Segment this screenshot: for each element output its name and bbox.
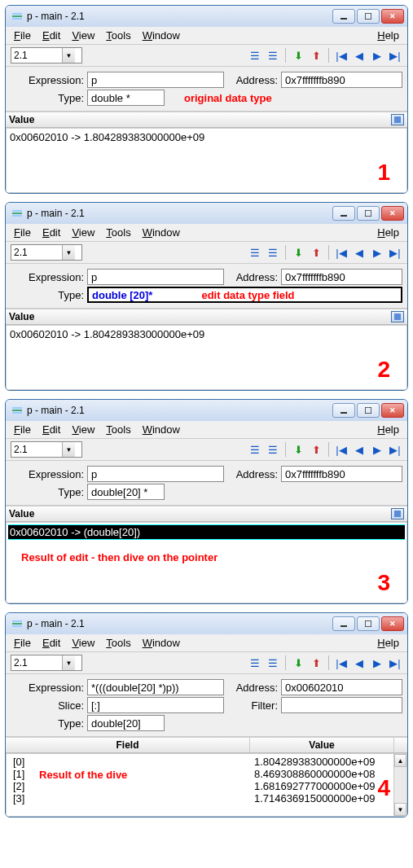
maximize-button[interactable] [357,206,380,221]
filter-field[interactable] [281,697,402,713]
next-icon[interactable]: ▶ [370,245,384,260]
expression-field[interactable]: p [87,269,224,285]
maximize-button[interactable] [357,403,380,418]
minimize-button[interactable] [332,9,355,24]
address-field[interactable]: 0x7fffffffb890 [281,466,402,482]
menu-window[interactable]: Window [143,226,180,239]
prev-icon[interactable]: ◀ [352,245,367,260]
last-icon[interactable]: ▶| [388,245,402,260]
last-icon[interactable]: ▶| [388,48,402,63]
slice-field[interactable]: [:] [87,697,224,713]
id-input[interactable] [11,245,62,260]
next-icon[interactable]: ▶ [370,655,384,670]
menu-help[interactable]: Help [377,423,399,436]
address-field[interactable]: 0x7fffffffb890 [281,72,402,88]
menu-edit[interactable]: Edit [42,29,60,42]
address-field[interactable]: 0x7fffffffb890 [281,269,402,285]
scroll-track[interactable] [394,767,406,803]
chevron-down-icon[interactable]: ▼ [62,48,75,63]
value-row[interactable]: 0x00602010 -> 1.804289383000000e+09 [10,328,403,340]
menu-window[interactable]: Window [143,423,180,436]
menu-file[interactable]: File [14,637,31,649]
minimize-button[interactable] [332,206,355,221]
first-icon[interactable]: |◀ [334,442,349,457]
table-row[interactable]: [3] 1.714636915000000e+09 [7,792,406,804]
menu-file[interactable]: File [14,423,31,436]
scrollbar[interactable]: ▲ ▼ [393,754,406,816]
dive-down-icon[interactable]: ⬇ [291,245,305,260]
maximize-button[interactable] [357,9,380,24]
list2-icon[interactable]: ☰ [266,48,280,63]
menu-edit[interactable]: Edit [42,637,60,649]
address-field[interactable]: 0x00602010 [281,679,402,695]
id-input[interactable] [11,655,62,670]
menu-window[interactable]: Window [143,637,180,649]
menu-help[interactable]: Help [377,226,399,239]
dive-down-icon[interactable]: ⬇ [291,655,305,670]
type-field[interactable]: double[20] * [87,484,165,500]
menu-help[interactable]: Help [377,637,399,649]
type-field[interactable]: double * [87,90,165,106]
dive-up-icon[interactable]: ⬆ [309,442,323,457]
id-combo[interactable]: ▼ [11,655,82,671]
panel-toggle-icon[interactable] [391,508,404,519]
list2-icon[interactable]: ☰ [266,245,280,260]
dive-down-icon[interactable]: ⬇ [291,48,305,63]
value-row[interactable]: 0x00602010 -> 1.804289383000000e+09 [10,131,403,143]
expression-field[interactable]: p [87,466,224,482]
chevron-down-icon[interactable]: ▼ [62,245,75,260]
dive-up-icon[interactable]: ⬆ [309,48,323,63]
list-icon[interactable]: ☰ [248,442,262,457]
chevron-down-icon[interactable]: ▼ [62,442,75,457]
titlebar[interactable]: p - main - 2.1 ✕ [6,6,407,27]
panel-toggle-icon[interactable] [391,311,404,322]
maximize-button[interactable] [357,616,380,631]
scroll-down-icon[interactable]: ▼ [394,803,406,816]
close-button[interactable]: ✕ [381,206,404,221]
next-icon[interactable]: ▶ [370,442,384,457]
menu-tools[interactable]: Tools [106,226,130,239]
next-icon[interactable]: ▶ [370,48,384,63]
list-icon[interactable]: ☰ [248,48,262,63]
menu-edit[interactable]: Edit [42,226,60,239]
id-combo[interactable]: ▼ [11,244,82,261]
table-row[interactable]: [0] 1.804289383000000e+09 [7,756,406,768]
list-icon[interactable]: ☰ [248,655,262,670]
titlebar[interactable]: p - main - 2.1 ✕ [6,400,407,421]
menu-edit[interactable]: Edit [42,423,60,436]
value-row[interactable]: 0x00602010 -> (double[20]) [8,524,405,540]
menu-tools[interactable]: Tools [106,637,130,649]
menu-tools[interactable]: Tools [106,29,130,42]
menu-view[interactable]: View [72,637,94,649]
titlebar[interactable]: p - main - 2.1 ✕ [6,613,407,634]
menu-tools[interactable]: Tools [106,423,130,436]
last-icon[interactable]: ▶| [388,655,402,670]
menu-window[interactable]: Window [143,29,180,42]
column-value[interactable]: Value [250,738,394,752]
id-combo[interactable]: ▼ [11,47,82,64]
dive-down-icon[interactable]: ⬇ [291,442,305,457]
dive-up-icon[interactable]: ⬆ [309,655,323,670]
id-combo[interactable]: ▼ [11,441,82,458]
list-icon[interactable]: ☰ [248,245,262,260]
close-button[interactable]: ✕ [381,616,404,631]
prev-icon[interactable]: ◀ [352,442,367,457]
prev-icon[interactable]: ◀ [352,655,367,670]
minimize-button[interactable] [332,403,355,418]
expression-field[interactable]: *(((double[20] *)p)) [87,679,224,695]
dive-up-icon[interactable]: ⬆ [309,245,323,260]
expression-field[interactable]: p [87,72,224,88]
first-icon[interactable]: |◀ [334,48,349,63]
list2-icon[interactable]: ☰ [266,655,280,670]
titlebar[interactable]: p - main - 2.1 ✕ [6,203,407,224]
menu-file[interactable]: File [14,226,31,239]
menu-view[interactable]: View [72,29,94,42]
id-input[interactable] [11,48,62,63]
list2-icon[interactable]: ☰ [266,442,280,457]
chevron-down-icon[interactable]: ▼ [62,655,75,670]
first-icon[interactable]: |◀ [334,655,349,670]
menu-file[interactable]: File [14,29,31,42]
panel-toggle-icon[interactable] [391,114,404,125]
menu-view[interactable]: View [72,423,94,436]
last-icon[interactable]: ▶| [388,442,402,457]
